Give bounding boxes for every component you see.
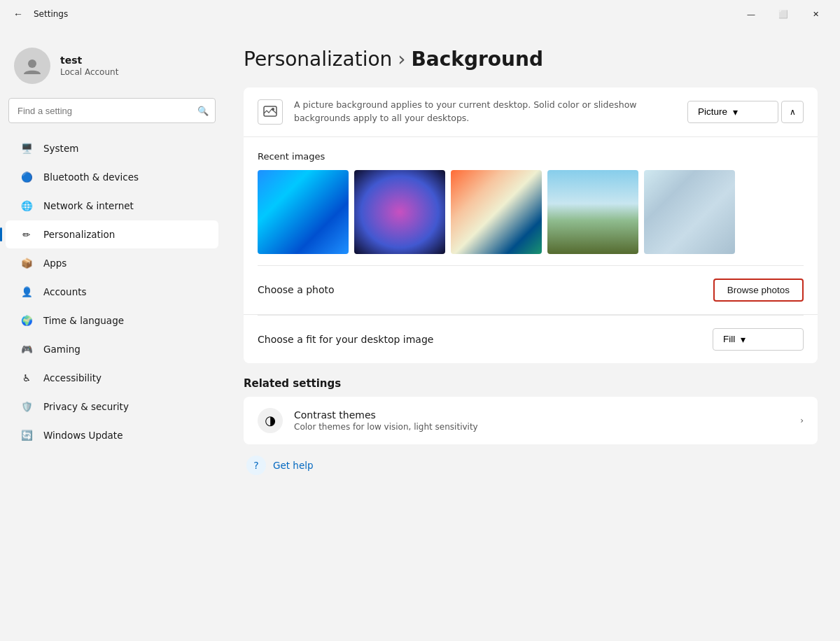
user-info: test Local Account — [60, 55, 118, 77]
images-grid — [258, 170, 804, 254]
choose-photo-label: Choose a photo — [258, 284, 713, 295]
titlebar: ← Settings — ⬜ ✕ — [0, 0, 840, 28]
svg-point-2 — [272, 108, 274, 111]
related-item-subtitle: Color themes for low vision, light sensi… — [294, 422, 478, 432]
browse-photos-button[interactable]: Browse photos — [713, 279, 804, 302]
sidebar-item-label: Time & language — [43, 315, 124, 326]
sidebar-item-windowsupdate[interactable]: 🔄 Windows Update — [6, 421, 218, 449]
sidebar-item-label: Personalization — [43, 229, 115, 240]
related-item-text: Contrast themes Color themes for low vis… — [294, 409, 478, 432]
image-thumb-3[interactable] — [451, 170, 542, 254]
sidebar: test Local Account 🔍 🖥️ System 🔵 Bluetoo… — [0, 28, 224, 641]
content-area: Personalization › Background A picture b… — [224, 28, 840, 641]
sidebar-item-label: Windows Update — [43, 430, 122, 441]
app-body: test Local Account 🔍 🖥️ System 🔵 Bluetoo… — [0, 28, 840, 641]
related-settings-title: Related settings — [244, 377, 818, 390]
fit-value-label: Fill — [723, 334, 735, 344]
sidebar-item-system[interactable]: 🖥️ System — [6, 134, 218, 162]
chevron-right-icon: › — [800, 416, 804, 425]
background-type-dropdown: Picture ▾ ∧ — [687, 101, 804, 123]
sidebar-nav: 🖥️ System 🔵 Bluetooth & devices 🌐 Networ… — [0, 134, 224, 449]
sidebar-item-label: Accessibility — [43, 372, 102, 383]
breadcrumb-separator: › — [398, 48, 405, 71]
recent-images-label: Recent images — [258, 151, 804, 162]
image-thumb-2[interactable] — [354, 170, 445, 254]
picture-type-label: Picture — [698, 106, 727, 117]
windowsupdate-icon: 🔄 — [20, 428, 34, 442]
background-type-row: A picture background applies to your cur… — [244, 87, 818, 137]
titlebar-title: Settings — [34, 9, 68, 19]
get-help-link[interactable]: Get help — [273, 460, 314, 471]
gaming-icon: 🎮 — [20, 342, 34, 356]
image-thumb-5[interactable] — [644, 170, 735, 254]
sidebar-item-label: Gaming — [43, 344, 80, 355]
sidebar-item-apps[interactable]: 📦 Apps — [6, 249, 218, 277]
sidebar-item-time[interactable]: 🌍 Time & language — [6, 307, 218, 334]
fit-caret-icon: ▾ — [741, 334, 746, 345]
sidebar-item-accessibility[interactable]: ♿ Accessibility — [6, 364, 218, 392]
window-controls: — ⬜ ✕ — [735, 3, 832, 25]
sidebar-item-accounts[interactable]: 👤 Accounts — [6, 278, 218, 306]
related-item-title: Contrast themes — [294, 409, 478, 421]
sidebar-item-label: Apps — [43, 258, 66, 269]
sidebar-item-network[interactable]: 🌐 Network & internet — [6, 192, 218, 220]
user-subtitle: Local Account — [60, 67, 118, 77]
sidebar-item-gaming[interactable]: 🎮 Gaming — [6, 335, 218, 363]
page-title: Personalization › Background — [244, 48, 818, 71]
accessibility-icon: ♿ — [20, 371, 34, 385]
time-icon: 🌍 — [20, 314, 34, 327]
search-box: 🔍 — [8, 98, 216, 123]
privacy-icon: 🛡️ — [20, 400, 34, 414]
search-input[interactable] — [8, 98, 216, 123]
recent-images-section: Recent images — [244, 137, 818, 265]
choose-fit-row: Choose a fit for your desktop image Fill… — [244, 316, 818, 363]
image-thumb-4[interactable] — [547, 170, 638, 254]
svg-point-0 — [28, 59, 36, 68]
get-help-icon: ? — [246, 456, 266, 475]
contrast-themes-icon: ◑ — [258, 408, 283, 433]
sidebar-item-label: Privacy & security — [43, 401, 129, 412]
sidebar-item-label: System — [43, 143, 78, 154]
collapse-button[interactable]: ∧ — [781, 101, 804, 123]
accounts-icon: 👤 — [20, 285, 34, 299]
avatar — [14, 48, 50, 84]
breadcrumb-parent: Personalization — [244, 48, 392, 71]
related-item-contrast[interactable]: ◑ Contrast themes Color themes for low v… — [244, 397, 818, 444]
close-button[interactable]: ✕ — [799, 3, 832, 25]
sidebar-item-label: Accounts — [43, 286, 87, 297]
image-thumb-1[interactable] — [258, 170, 349, 254]
background-type-description: A picture background applies to your cur… — [294, 99, 676, 125]
get-help-row: ? Get help — [244, 444, 818, 475]
breadcrumb-current: Background — [412, 48, 543, 71]
sidebar-item-label: Bluetooth & devices — [43, 171, 139, 183]
fit-dropdown[interactable]: Fill ▾ — [713, 328, 804, 351]
background-type-icon — [258, 99, 283, 125]
network-icon: 🌐 — [20, 199, 34, 213]
choose-fit-label: Choose a fit for your desktop image — [258, 334, 713, 345]
related-settings-card: ◑ Contrast themes Color themes for low v… — [244, 397, 818, 444]
bluetooth-icon: 🔵 — [20, 170, 34, 184]
back-button[interactable]: ← — [8, 4, 28, 24]
minimize-button[interactable]: — — [735, 3, 767, 25]
apps-icon: 📦 — [20, 256, 34, 270]
personalization-icon: ✏️ — [20, 227, 34, 241]
maximize-button[interactable]: ⬜ — [767, 3, 799, 25]
search-icon: 🔍 — [197, 106, 209, 116]
sidebar-item-personalization[interactable]: ✏️ Personalization — [6, 220, 218, 248]
sidebar-item-label: Network & internet — [43, 200, 134, 211]
user-section: test Local Account — [0, 36, 224, 98]
dropdown-caret-icon: ▾ — [733, 106, 738, 118]
user-name: test — [60, 55, 118, 66]
background-card: A picture background applies to your cur… — [244, 87, 818, 363]
sidebar-item-privacy[interactable]: 🛡️ Privacy & security — [6, 393, 218, 421]
picture-type-dropdown[interactable]: Picture ▾ — [687, 101, 778, 123]
choose-photo-row: Choose a photo Browse photos — [244, 266, 818, 315]
system-icon: 🖥️ — [20, 141, 34, 155]
sidebar-item-bluetooth[interactable]: 🔵 Bluetooth & devices — [6, 163, 218, 191]
